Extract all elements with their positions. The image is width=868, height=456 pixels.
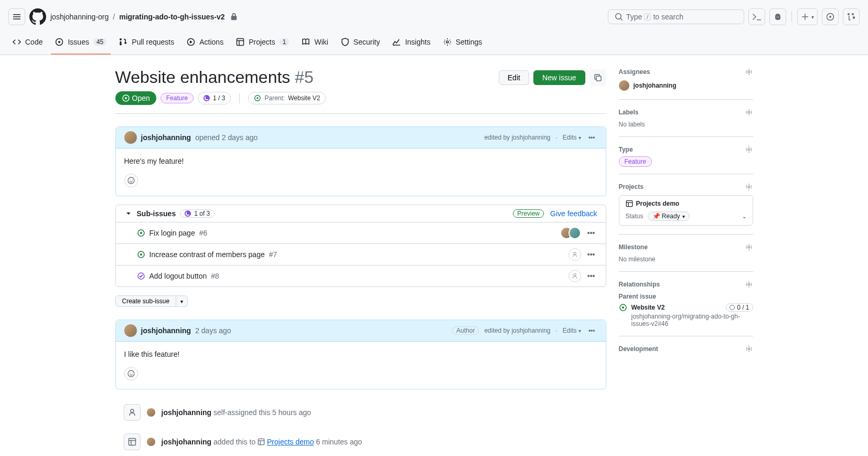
svg-point-24 [132,373,133,374]
tab-security[interactable]: Security [337,34,384,55]
svg-point-11 [257,97,259,99]
unassigned-icon[interactable] [569,248,581,261]
svg-rect-26 [128,439,135,446]
issue-closed-icon [137,272,145,280]
issues-shortcut-button[interactable] [822,8,839,25]
issue-body-comment: joshjohanning opened 2 days ago edited b… [115,126,606,196]
svg-point-31 [748,186,750,188]
tab-actions[interactable]: Actions [183,34,228,55]
sub-issue-menu[interactable]: ••• [585,229,597,237]
tab-insights[interactable]: Insights [388,34,434,55]
sub-issue-menu[interactable]: ••• [585,250,597,259]
comment: joshjohanning 2 days ago Author edited b… [115,320,606,389]
copy-link-button[interactable] [590,69,606,86]
gear-icon[interactable] [745,183,753,191]
avatar[interactable] [124,324,137,337]
gear-icon[interactable] [745,68,753,76]
create-sub-issue-button[interactable]: Create sub-issue [115,295,177,307]
pie-icon [203,95,210,101]
search-input[interactable]: Type / to search [608,9,744,24]
svg-point-28 [748,71,750,73]
tab-settings[interactable]: Settings [439,34,487,55]
gear-icon[interactable] [745,145,753,154]
new-issue-button[interactable]: New issue [533,70,585,85]
feature-label[interactable]: Feature [160,93,194,103]
give-feedback-link[interactable]: Give feedback [550,209,597,218]
svg-point-21 [574,274,576,277]
gear-icon[interactable] [745,345,753,353]
timeline-event-assigned: joshjohanning self-assigned this 5 hours… [124,398,606,427]
sub-issue-row[interactable]: Increase contrast of members page #7 ••• [116,243,606,265]
svg-rect-32 [626,200,632,206]
unassigned-icon[interactable] [569,270,581,282]
gear-icon[interactable] [745,108,753,116]
sidebar-milestone-heading: Milestone [619,243,648,251]
comment-menu[interactable]: ••• [586,134,597,141]
svg-rect-5 [237,39,244,46]
chevron-down-icon[interactable] [124,209,133,218]
project-icon [626,200,633,207]
person-icon [124,404,141,421]
svg-rect-7 [596,76,601,81]
type-label[interactable]: Feature [619,156,652,167]
sub-issue-row[interactable]: Fix login page #6 ••• [116,222,606,243]
gear-icon[interactable] [745,243,753,251]
edits-dropdown[interactable]: Edits ▾ [563,134,581,141]
issue-title: Website enhancements #5 [115,68,495,87]
progress-pill[interactable]: 1 / 3 [198,92,231,104]
breadcrumb: joshjohanning-org / migrating-ado-to-gh-… [50,13,238,21]
gear-icon[interactable] [745,280,753,289]
svg-point-33 [748,246,750,248]
svg-point-9 [125,97,127,99]
react-button[interactable] [124,367,138,380]
avatar[interactable] [124,131,137,144]
avatar[interactable] [147,408,155,417]
no-milestone-text: No milestone [619,256,753,263]
copilot-button[interactable] [769,8,786,25]
assignee-link[interactable]: joshjohanning [619,80,753,91]
sidebar-assignees-heading: Assignees [619,68,650,76]
sidebar-relationships-heading: Relationships [619,281,660,288]
issue-open-icon [619,303,627,312]
pull-requests-shortcut-button[interactable] [843,8,860,25]
avatar[interactable] [147,438,155,446]
comment-menu[interactable]: ••• [586,327,597,334]
tab-code[interactable]: Code [8,34,47,55]
tab-projects[interactable]: Projects 1 [232,34,293,55]
react-button[interactable] [124,174,138,187]
tab-pull-requests[interactable]: Pull requests [115,34,178,55]
svg-point-29 [748,111,750,113]
repo-link[interactable]: migrating-ado-to-gh-issues-v2 [119,13,224,21]
assignee-stack[interactable] [564,227,581,239]
comment-author[interactable]: joshjohanning [141,133,191,142]
create-new-button[interactable]: ▾ [797,8,818,25]
project-card[interactable]: Projects demo Status 📌 Ready▾ ⌄ [619,195,753,226]
command-palette-button[interactable] [748,8,765,25]
tab-issues[interactable]: Issues 45 [51,34,111,55]
edit-button[interactable]: Edit [499,70,529,85]
sub-issue-row[interactable]: Add logout button #8 ••• [116,265,606,287]
svg-point-16 [140,232,142,234]
parent-issue-link[interactable]: Website V2 0 / 1 joshjohanning-org/migra… [619,303,753,327]
tab-wiki[interactable]: Wiki [297,34,332,55]
chevron-down-icon[interactable]: ⌄ [742,214,746,219]
org-link[interactable]: joshjohanning-org [50,13,109,21]
sub-issue-menu[interactable]: ••• [585,272,597,280]
sidebar-labels-heading: Labels [619,109,639,116]
svg-point-25 [131,409,134,412]
sub-issues-panel: Sub-issues 1 of 3 Preview Give feedback … [115,205,606,287]
status-dropdown[interactable]: 📌 Ready▾ [648,211,690,221]
comment-author[interactable]: joshjohanning [141,326,191,335]
svg-point-13 [130,179,131,181]
parent-pill[interactable]: Parent: Website V2 [248,92,326,104]
hamburger-menu[interactable] [8,8,25,25]
edits-dropdown[interactable]: Edits ▾ [563,327,581,334]
github-logo[interactable] [29,8,46,25]
no-labels-text: No labels [619,121,753,128]
create-sub-issue-dropdown[interactable]: ▾ [176,295,188,307]
project-link[interactable]: Projects demo [267,438,314,446]
svg-point-6 [446,41,448,43]
comment-text: Here's my feature! [124,157,597,165]
parent-issue-label: Parent issue [619,293,753,300]
sidebar-development-heading: Development [619,345,658,353]
